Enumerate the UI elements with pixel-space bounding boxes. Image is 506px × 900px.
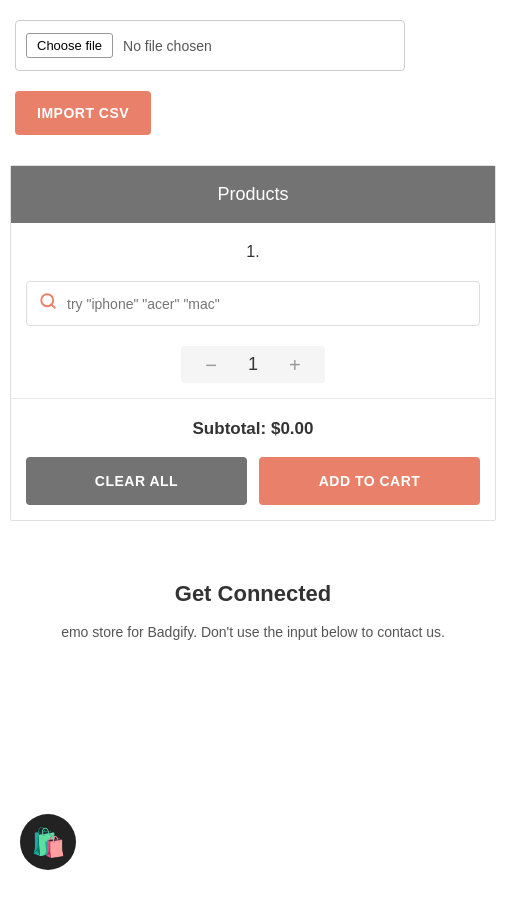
plus-icon: + (289, 354, 301, 376)
clear-all-button[interactable]: CLEAR ALL (26, 457, 247, 505)
file-input-wrapper: Choose file No file chosen (15, 20, 405, 71)
svg-line-1 (51, 304, 54, 307)
shopify-badge[interactable]: 🛍️ (20, 814, 76, 870)
product-number: 1. (11, 223, 495, 271)
search-input[interactable] (67, 296, 467, 312)
import-csv-button[interactable]: IMPORT CSV (15, 91, 151, 135)
quantity-section: − 1 + (26, 346, 480, 383)
shopify-icon: 🛍️ (31, 826, 66, 859)
search-wrapper (26, 281, 480, 326)
subtotal-text: Subtotal: $0.00 (26, 419, 480, 439)
subtotal-section: Subtotal: $0.00 CLEAR ALL ADD TO CART (11, 398, 495, 520)
get-connected-section: Get Connected emo store for Badgify. Don… (0, 521, 506, 673)
add-to-cart-button[interactable]: ADD TO CART (259, 457, 480, 505)
quantity-decrease-button[interactable]: − (201, 355, 221, 375)
file-input-section: Choose file No file chosen (0, 0, 506, 81)
import-section: IMPORT CSV (0, 81, 506, 155)
get-connected-title: Get Connected (30, 581, 476, 607)
products-header: Products (11, 166, 495, 223)
choose-file-button[interactable]: Choose file (26, 33, 113, 58)
action-buttons: CLEAR ALL ADD TO CART (26, 457, 480, 505)
quantity-wrapper: − 1 + (181, 346, 324, 383)
quantity-value: 1 (241, 354, 265, 375)
quantity-increase-button[interactable]: + (285, 355, 305, 375)
products-section: Products 1. − 1 + Subtotal: $0.00 (10, 165, 496, 521)
minus-icon: − (205, 354, 217, 376)
no-file-label: No file chosen (123, 38, 212, 54)
get-connected-description: emo store for Badgify. Don't use the inp… (30, 621, 476, 643)
search-icon (39, 292, 57, 315)
